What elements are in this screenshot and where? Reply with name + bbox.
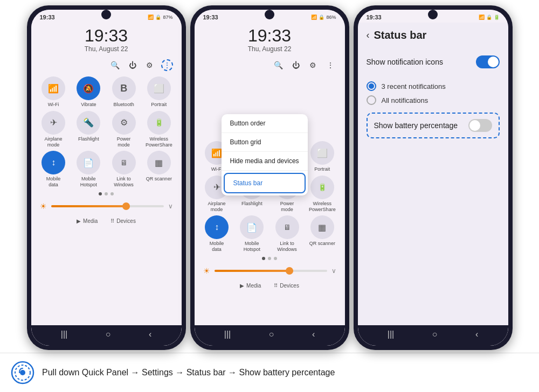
flashlight-icon: 🔦 xyxy=(77,111,100,135)
brightness-bar-2[interactable] xyxy=(215,270,327,272)
tile-hotspot[interactable]: 📄 Mobile Hotspot xyxy=(73,151,105,188)
dot-3-2 xyxy=(274,257,277,260)
media-icon: ▶ xyxy=(77,218,81,224)
tile-qr[interactable]: ▦ QR scanner xyxy=(143,151,175,188)
quick-tiles-1: 📶 Wi-Fi 🔕 Vibrate B Bluetooth ⬜ Portrait xyxy=(38,74,175,190)
brightness-bar[interactable] xyxy=(51,205,164,207)
nav-home-1[interactable]: ○ xyxy=(106,330,111,339)
quick-panel-2: 19:33 Thu, August 22 🔍 ⏻ ⚙ ⋮ Button orde… xyxy=(195,23,345,325)
svg-point-2 xyxy=(20,370,25,375)
radio-recent[interactable] xyxy=(367,81,376,91)
clock-area-2: 19:33 Thu, August 22 xyxy=(201,23,338,56)
vibrate-icon: 🔕 xyxy=(77,76,100,100)
power-icon-btn[interactable]: ⏻ xyxy=(127,59,139,71)
phone-1: 19:33 📶 🔒 87% 19:33 Thu, August 22 🔍 ⏻ ⚙… xyxy=(27,5,186,350)
devices-button[interactable]: ⠿ Devices xyxy=(110,218,136,224)
portrait-label: Portrait xyxy=(151,102,167,108)
more-icon-btn[interactable]: ⋮ xyxy=(161,59,173,71)
media-row-2: ▶ Media ⠿ Devices xyxy=(201,279,338,292)
devices-icon-2: ⠿ xyxy=(274,283,278,289)
nav-back-2[interactable]: ‹ xyxy=(312,330,315,339)
toggle-knob-2 xyxy=(469,120,480,131)
media-button-2[interactable]: ▶ Media xyxy=(240,283,261,289)
airplane-label: Airplane mode xyxy=(45,136,63,148)
settings-body: Show notification icons 3 recent notific… xyxy=(358,46,508,143)
tile-airplane[interactable]: ✈ Airplane mode xyxy=(38,111,70,148)
more-icon-btn-2[interactable]: ⋮ xyxy=(324,59,336,71)
phone-3: 19:33 📶 🔒 🔋 ‹ Status bar Show notificati… xyxy=(354,5,513,350)
search-icon-btn-2[interactable]: 🔍 xyxy=(273,59,285,71)
tile-link-windows[interactable]: 🖥 Link to Windows xyxy=(108,151,140,188)
nav-recent-3[interactable]: ||| xyxy=(388,330,394,339)
status-icons-2: 📶 🔒 86% xyxy=(311,15,336,20)
wireless-share-icon: 🔋 xyxy=(147,111,171,135)
tile-hotspot-2[interactable]: 📄 Mobile Hotspot xyxy=(236,215,268,253)
media-row-1: ▶ Media ⠿ Devices xyxy=(38,215,175,227)
tile-portrait[interactable]: ⬜ Portrait xyxy=(143,76,175,108)
tile-mobile-data[interactable]: ↕ Mobile data xyxy=(38,151,70,188)
settings-header: ‹ Status bar xyxy=(358,23,508,46)
mobile-data-icon: ↕ xyxy=(42,151,65,174)
dropdown-button-grid[interactable]: Button grid xyxy=(222,133,308,152)
panel-icons-row-2: 🔍 ⏻ ⚙ ⋮ xyxy=(201,56,338,74)
battery-percentage-toggle[interactable] xyxy=(468,119,492,132)
search-icon-btn[interactable]: 🔍 xyxy=(109,59,121,71)
tile-vibrate[interactable]: 🔕 Vibrate xyxy=(73,76,105,108)
settings-icon-btn-2[interactable]: ⚙ xyxy=(307,59,319,71)
settings-icon-btn[interactable]: ⚙ xyxy=(144,59,156,71)
wireless-share-label-2: Wireless PowerShare xyxy=(309,201,336,213)
tile-power-mode[interactable]: ⚙ Power mode xyxy=(108,111,140,148)
status-time-2: 19:33 xyxy=(203,14,218,20)
tile-qr-2[interactable]: ▦ QR scanner xyxy=(306,215,338,253)
tile-wireless-share[interactable]: 🔋 Wireless PowerShare xyxy=(143,111,175,148)
wifi-label: Wi-Fi xyxy=(48,102,59,108)
tile-wifi[interactable]: 📶 Wi-Fi xyxy=(38,76,70,108)
nav-home-3[interactable]: ○ xyxy=(432,330,438,339)
dot-3 xyxy=(110,192,114,195)
devices-button-2[interactable]: ⠿ Devices xyxy=(274,283,299,289)
settings-panel: ‹ Status bar Show notification icons 3 r… xyxy=(358,23,508,325)
radio-recent-label: 3 recent notifications xyxy=(382,82,446,90)
flashlight-label: Flashlight xyxy=(78,136,99,142)
radio-all-label: All notifications xyxy=(382,96,429,104)
notification-icons-toggle[interactable] xyxy=(476,55,500,68)
brightness-thumb-2 xyxy=(286,267,293,275)
mobile-data-label-2: Mobile data xyxy=(210,241,224,253)
nav-home-2[interactable]: ○ xyxy=(269,330,274,339)
wifi-icon: 📶 xyxy=(42,76,65,100)
dot-1 xyxy=(99,192,102,195)
brightness-expand-icon-2[interactable]: ∨ xyxy=(331,267,336,275)
panel-icons-row-1: 🔍 ⏻ ⚙ ⋮ xyxy=(38,56,175,74)
wifi-label-2: Wi-Fi xyxy=(211,166,223,172)
radio-row-recent[interactable]: 3 recent notifications xyxy=(367,81,500,91)
tile-mobile-data-2[interactable]: ↕ Mobile data xyxy=(201,215,233,253)
nav-recent-1[interactable]: ||| xyxy=(61,330,67,339)
media-icon-2: ▶ xyxy=(240,283,244,289)
dropdown-button-order[interactable]: Button order xyxy=(222,114,308,133)
link-windows-icon: 🖥 xyxy=(112,151,136,174)
nav-back-1[interactable]: ‹ xyxy=(149,330,151,339)
media-label-2: Media xyxy=(246,283,261,289)
airplane-label-2: Airplane mode xyxy=(208,201,226,213)
tile-portrait-2[interactable]: ⬜ Portrait xyxy=(306,141,338,172)
clock-area-1: 19:33 Thu, August 22 xyxy=(38,23,175,56)
tile-bluetooth[interactable]: B Bluetooth xyxy=(108,76,140,108)
tile-link-windows-2[interactable]: 🖥 Link to Windows xyxy=(271,215,303,253)
nav-back-3[interactable]: ‹ xyxy=(475,330,478,339)
tile-wireless-share-2[interactable]: 🔋 Wireless PowerShare xyxy=(306,176,338,213)
radio-all[interactable] xyxy=(367,95,376,105)
quick-panel-icon xyxy=(11,361,34,384)
tile-flashlight[interactable]: 🔦 Flashlight xyxy=(73,111,105,148)
back-arrow[interactable]: ‹ xyxy=(367,30,370,41)
brightness-expand-icon[interactable]: ∨ xyxy=(168,202,173,210)
radio-row-all[interactable]: All notifications xyxy=(367,95,500,105)
nav-recent-2[interactable]: ||| xyxy=(224,330,231,339)
power-icon-btn-2[interactable]: ⏻ xyxy=(290,59,302,71)
toggle-knob-1 xyxy=(488,57,499,67)
dropdown-hide-media[interactable]: Hide media and devices xyxy=(222,152,308,171)
clock-date-2: Thu, August 22 xyxy=(201,45,338,53)
media-button[interactable]: ▶ Media xyxy=(77,218,98,224)
qr-icon-2: ▦ xyxy=(310,215,334,239)
brightness-sun-icon: ☀ xyxy=(40,202,47,211)
dropdown-status-bar[interactable]: Status bar xyxy=(224,173,306,193)
